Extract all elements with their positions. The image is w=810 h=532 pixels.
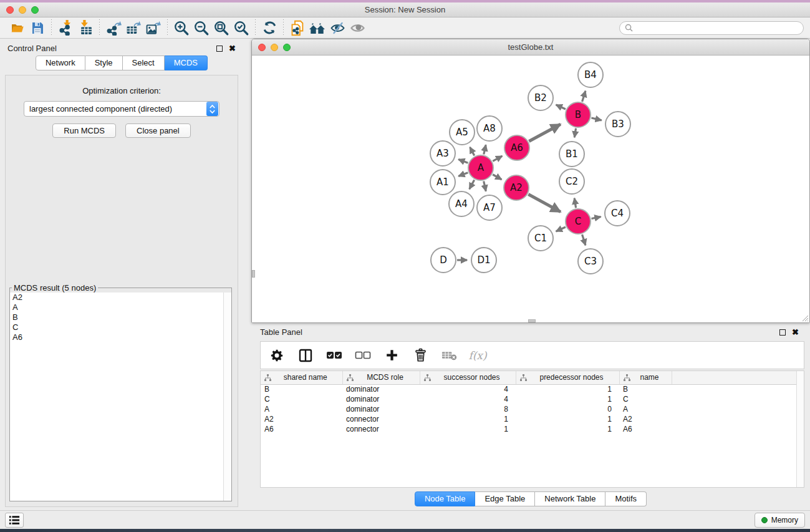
column-header-name[interactable]: name — [619, 371, 672, 384]
node-B[interactable]: B — [566, 102, 591, 127]
table-cell[interactable]: connector — [342, 414, 420, 424]
tab-style[interactable]: Style — [85, 56, 123, 70]
list-item[interactable]: A6 — [10, 332, 231, 342]
table-cell[interactable]: A6 — [619, 424, 672, 434]
table-row[interactable]: A2connector11A2 — [261, 414, 804, 424]
edge-B-B1[interactable] — [574, 128, 576, 138]
table-row[interactable]: Adominator80A — [261, 404, 804, 414]
close-table-panel-icon[interactable]: ✖ — [792, 329, 799, 336]
table-cell[interactable]: connector — [342, 424, 420, 434]
list-scrollbar[interactable] — [223, 293, 231, 501]
table-cell[interactable]: dominator — [342, 384, 420, 394]
tab-node-table[interactable]: Node Table — [415, 491, 476, 506]
table-cell[interactable]: C — [261, 394, 342, 404]
edge-A-A1[interactable] — [458, 173, 468, 177]
edge-A-A6[interactable] — [493, 156, 502, 161]
vertical-scroll-indicator[interactable] — [252, 270, 255, 278]
node-A3[interactable]: A3 — [430, 141, 455, 166]
table-cell[interactable]: A2 — [261, 414, 342, 424]
node-C3[interactable]: C3 — [578, 249, 603, 274]
table-cell[interactable]: A6 — [261, 424, 342, 434]
tab-network[interactable]: Network — [36, 56, 85, 70]
zoom-fit-button[interactable] — [211, 19, 231, 37]
network-minimize-button[interactable] — [271, 44, 278, 51]
edge-B-B2[interactable] — [556, 105, 566, 109]
hide-graphics-details-button[interactable] — [327, 19, 347, 37]
table-scrollbar[interactable] — [796, 371, 804, 487]
export-image-button[interactable] — [143, 19, 163, 37]
table-cell[interactable]: 1 — [516, 384, 619, 394]
edge-A-A5[interactable] — [470, 147, 475, 156]
node-A1[interactable]: A1 — [430, 170, 455, 195]
table-cell[interactable]: 4 — [420, 384, 516, 394]
new-network-from-file-button[interactable] — [287, 19, 307, 37]
select-all-button[interactable] — [323, 343, 345, 368]
run-mcds-button[interactable]: Run MCDS — [52, 123, 116, 138]
split-panel-button[interactable] — [294, 343, 317, 368]
table-cell[interactable]: A2 — [619, 414, 672, 424]
add-column-button[interactable] — [380, 343, 403, 368]
table-cell[interactable]: C — [619, 394, 672, 404]
edge-A2-C[interactable] — [528, 195, 561, 212]
float-panel-icon[interactable] — [216, 46, 223, 52]
edge-A-A8[interactable] — [484, 145, 486, 154]
table-cell[interactable]: 1 — [420, 414, 516, 424]
column-header-MCDS-role[interactable]: MCDS role — [342, 371, 420, 384]
node-A6[interactable]: A6 — [504, 135, 529, 160]
node-D1[interactable]: D1 — [471, 248, 496, 273]
edge-B-B4[interactable] — [582, 91, 586, 102]
close-panel-button[interactable]: Close panel — [125, 123, 191, 138]
edge-A-A3[interactable] — [458, 160, 468, 163]
export-table-button[interactable] — [123, 19, 143, 37]
node-A7[interactable]: A7 — [477, 195, 502, 220]
edge-C-C2[interactable] — [574, 198, 576, 208]
import-network-button[interactable] — [55, 19, 75, 37]
criterion-dropdown[interactable]: largest connected component (directed) — [24, 101, 219, 117]
node-C4[interactable]: C4 — [605, 201, 630, 226]
network-close-button[interactable] — [258, 44, 266, 51]
tab-edge-table[interactable]: Edge Table — [475, 491, 535, 506]
node-C[interactable]: C — [566, 209, 591, 234]
table-cell[interactable]: dominator — [342, 394, 420, 404]
delete-column-button[interactable] — [409, 343, 432, 368]
export-network-button[interactable] — [104, 19, 123, 37]
list-item[interactable]: C — [10, 322, 231, 332]
minimize-window-button[interactable] — [19, 6, 26, 14]
network-canvas[interactable]: AA1A2A3A4A5A6A7A8BB1B2B3B4CC1C2C3C4DD1 — [252, 56, 809, 322]
column-header-predecessor-nodes[interactable]: predecessor nodes — [516, 371, 619, 384]
table-cell[interactable]: 1 — [516, 394, 619, 404]
table-row[interactable]: Bdominator41B — [261, 384, 804, 394]
network-zoom-button[interactable] — [283, 44, 291, 51]
search-input[interactable] — [636, 24, 798, 32]
zoom-selected-button[interactable] — [231, 19, 251, 37]
table-cell[interactable]: dominator — [342, 404, 420, 414]
table-cell[interactable]: 1 — [420, 424, 516, 434]
table-cell[interactable]: B — [261, 384, 342, 394]
edge-C-C1[interactable] — [556, 227, 566, 231]
edge-A-A4[interactable] — [470, 180, 475, 189]
edge-A-A7[interactable] — [484, 181, 486, 191]
show-graphics-details-button[interactable] — [347, 19, 367, 37]
edge-C-C3[interactable] — [582, 235, 586, 245]
node-A8[interactable]: A8 — [477, 116, 502, 141]
float-table-panel-icon[interactable] — [779, 329, 786, 336]
network-graph[interactable]: AA1A2A3A4A5A6A7A8BB1B2B3B4CC1C2C3C4DD1 — [252, 56, 809, 322]
search-box[interactable] — [619, 21, 804, 35]
table-row[interactable]: A6connector11A6 — [261, 424, 804, 434]
table-cell[interactable]: 4 — [420, 394, 516, 404]
zoom-in-button[interactable] — [171, 19, 191, 37]
resize-grip-icon[interactable] — [801, 314, 809, 322]
table-settings-button[interactable] — [266, 343, 288, 368]
node-A2[interactable]: A2 — [504, 175, 529, 200]
table-cell[interactable]: B — [619, 384, 672, 394]
node-B3[interactable]: B3 — [605, 112, 630, 137]
save-session-button[interactable] — [27, 19, 47, 37]
table-cell[interactable]: A — [261, 404, 342, 414]
table-row[interactable]: Cdominator41C — [261, 394, 804, 404]
refresh-button[interactable] — [259, 19, 279, 37]
tab-motifs[interactable]: Motifs — [605, 491, 647, 506]
table-cell[interactable]: 1 — [516, 424, 619, 434]
open-session-button[interactable] — [7, 19, 27, 37]
node-D[interactable]: D — [431, 248, 456, 273]
node-A[interactable]: A — [468, 155, 493, 180]
